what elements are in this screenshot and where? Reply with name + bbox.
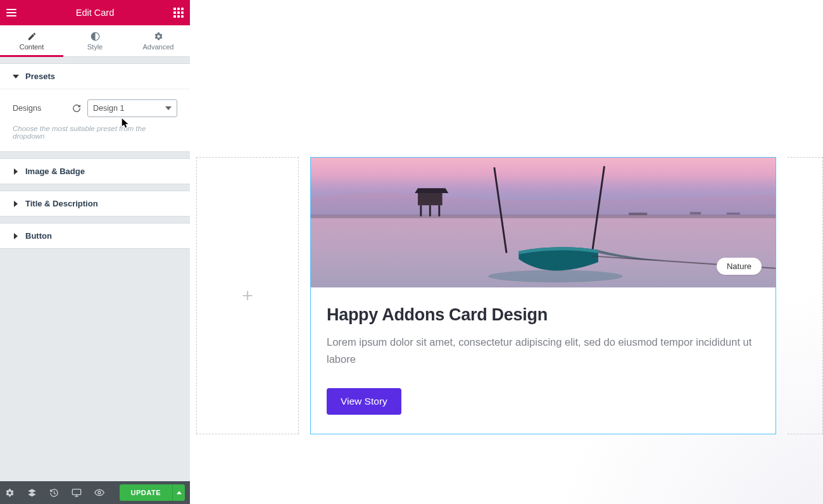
contrast-icon [91,32,100,41]
section-title: Button [25,231,52,241]
settings-icon[interactable] [5,488,15,498]
svg-marker-13 [122,118,129,127]
svg-rect-27 [629,213,647,215]
section-title: Presets [25,72,55,81]
section-title-description: Title & Description [0,191,190,217]
caret-right-icon [13,168,19,175]
add-widget-icon[interactable]: + [242,285,253,306]
section-head-title-description[interactable]: Title & Description [0,191,190,216]
responsive-icon[interactable] [72,488,82,498]
cursor-icon [122,118,129,129]
navigator-icon[interactable] [27,488,37,498]
card-description: Lorem ipsum dolor sit amet, consectetur … [327,334,760,368]
canvas: + [190,0,823,504]
card-widget[interactable]: Nature Happy Addons Card Design Lorem ip… [310,157,776,434]
svg-marker-2 [165,106,172,110]
history-icon[interactable] [49,488,59,498]
tab-label: Content [20,43,44,51]
card-button[interactable]: View Story [327,388,401,415]
svg-marker-1 [13,75,19,79]
card-image: Nature [311,158,776,287]
svg-marker-3 [14,168,18,175]
section-image-badge: Image & Badge [0,158,190,184]
svg-point-11 [98,491,101,494]
apps-icon[interactable] [173,8,184,18]
pencil-icon [27,32,37,41]
sidebar-header: Edit Card [0,0,190,25]
svg-rect-18 [418,192,443,205]
tab-label: Style [87,43,103,51]
sections: Presets Designs Design 1 Choose the most… [0,57,190,481]
update-button[interactable]: UPDATE [120,484,172,501]
update-group: UPDATE [120,484,185,501]
card-body: Happy Addons Card Design Lorem ipsum dol… [311,287,776,434]
tab-label: Advanced [143,43,174,51]
empty-column-right[interactable] [788,157,823,434]
section-button: Button [0,223,190,249]
tabs: Content Style Advanced [0,25,190,57]
svg-line-7 [54,493,56,494]
tab-advanced[interactable]: Advanced [127,25,190,56]
tab-content[interactable]: Content [0,25,63,56]
svg-point-26 [488,270,622,282]
section-head-presets[interactable]: Presets [0,64,190,89]
svg-marker-12 [177,491,182,495]
caret-right-icon [13,233,19,239]
footer: UPDATE [0,481,190,504]
svg-rect-29 [727,213,740,215]
section-head-button[interactable]: Button [0,224,190,248]
preview-icon[interactable] [94,488,104,498]
section-presets: Presets Designs Design 1 Choose the most… [0,63,190,152]
tab-style[interactable]: Style [63,25,127,56]
card-badge: Nature [717,258,762,275]
svg-rect-28 [690,212,701,215]
help-text: Choose the most suitable preset from the… [13,121,177,140]
caret-right-icon [13,201,19,207]
header-title: Edit Card [0,8,190,18]
designs-select[interactable]: Design 1 [87,99,177,117]
section-title: Title & Description [25,199,98,208]
update-dropdown[interactable] [172,484,185,501]
section-title: Image & Badge [25,167,85,176]
svg-marker-4 [14,201,18,207]
caret-down-icon [13,73,19,80]
menu-icon[interactable] [6,9,16,16]
empty-column-left[interactable]: + [196,157,299,434]
gear-icon [154,32,163,41]
svg-marker-5 [14,233,18,239]
field-designs: Designs Design 1 [13,96,177,121]
editor-sidebar: Edit Card Content Style Advanced Presets [0,0,190,504]
svg-rect-8 [72,489,80,495]
refresh-icon[interactable] [72,104,81,113]
svg-marker-19 [415,188,448,193]
card-title: Happy Addons Card Design [327,305,760,325]
field-label: Designs [13,104,41,113]
select-value: Design 1 [93,104,124,113]
section-body-presets: Designs Design 1 Choose the most suitabl… [0,89,190,151]
chevron-down-icon [165,105,172,111]
editor-columns: + [196,157,823,434]
section-head-image-badge[interactable]: Image & Badge [0,159,190,184]
